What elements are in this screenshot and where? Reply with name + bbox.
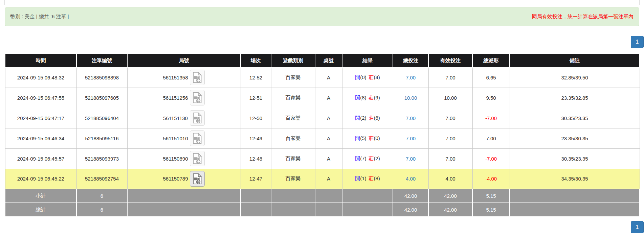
video-file-icon (192, 72, 202, 83)
col-header-remark: 備註 (510, 54, 640, 67)
col-header-total-payout: 總派彩 (472, 54, 510, 67)
total-payout-cell: 7.00 (472, 128, 510, 148)
bet-no-cell: 521885096404 (76, 108, 127, 128)
video-file-icon (192, 133, 202, 144)
total-payout-cell: 9.50 (472, 88, 510, 108)
table-row: 2024-09-15 06:45:22 521885092754 5611507… (5, 169, 640, 189)
total-bet-cell: 7.00 (393, 128, 428, 148)
col-header-session: 場次 (241, 54, 271, 67)
round-no-cell: 561151130 (127, 108, 241, 128)
round-no-cell: 561151256 (127, 88, 241, 108)
session-cell: 12-47 (241, 169, 271, 189)
grand-total-valid-bet: 42.00 (428, 203, 472, 217)
round-no-text: 561151256 (163, 95, 188, 101)
result-banker-score: (9) (374, 95, 380, 100)
result-banker-score: (0) (374, 135, 380, 141)
total-bet-link[interactable]: 10.00 (404, 95, 417, 101)
subtotal-label: 小計 (5, 189, 76, 203)
session-cell: 12-52 (241, 67, 271, 88)
video-replay-button[interactable] (190, 171, 205, 187)
result-player-label: 閒 (355, 135, 360, 141)
table-no-cell: A (315, 169, 342, 189)
grand-total-count: 6 (76, 203, 127, 217)
session-cell: 12-49 (241, 128, 271, 148)
video-replay-button[interactable] (190, 90, 205, 105)
result-player-score: (2) (360, 115, 366, 121)
total-bet-cell: 7.00 (393, 67, 428, 88)
round-no-cell: 561150890 (127, 148, 241, 169)
total-bet-cell: 7.00 (393, 108, 428, 128)
total-bet-link[interactable]: 7.00 (406, 136, 416, 141)
table-row: 2024-09-15 06:45:57 521885093973 5611508… (5, 148, 640, 169)
total-bet-link[interactable]: 4.00 (406, 176, 416, 182)
result-cell: 閒(1)莊(8) (342, 169, 393, 189)
page-1-button[interactable]: 1 (631, 221, 644, 233)
round-no-text: 561151130 (163, 115, 188, 121)
game-type-cell: 百家樂 (271, 108, 315, 128)
total-bet-link[interactable]: 7.00 (406, 115, 416, 121)
result-player-score: (0) (360, 74, 366, 80)
result-banker-label: 莊 (369, 115, 374, 121)
video-replay-button[interactable] (190, 70, 205, 85)
session-cell: 12-51 (241, 88, 271, 108)
time-cell: 2024-09-15 06:47:55 (5, 88, 76, 108)
subtotal-total-bet: 42.00 (393, 189, 428, 203)
result-banker-label: 莊 (369, 156, 374, 161)
pagination-bottom: 1 (0, 221, 644, 233)
result-banker-score: (6) (374, 115, 380, 121)
remark-cell: 23.35/32.85 (510, 88, 640, 108)
grand-total-row: 總計 6 42.00 42.00 5.15 (5, 203, 640, 217)
game-type-cell: 百家樂 (271, 88, 315, 108)
table-row: 2024-09-15 06:46:34 521885095116 5611510… (5, 128, 640, 148)
video-replay-button[interactable] (190, 151, 205, 166)
video-replay-button[interactable] (190, 110, 205, 126)
result-player-score: (5) (360, 135, 366, 141)
col-header-time: 時間 (5, 54, 76, 67)
game-type-cell: 百家樂 (271, 67, 315, 88)
result-banker-score: (4) (374, 74, 380, 80)
col-header-result: 結果 (342, 54, 393, 67)
time-cell: 2024-09-15 06:46:34 (5, 128, 76, 148)
pagination-top: 1 (0, 36, 644, 48)
grand-total-total-payout: 5.15 (472, 203, 510, 217)
video-file-icon (192, 173, 202, 185)
result-banker-score: (8) (374, 175, 380, 181)
time-cell: 2024-09-15 06:47:17 (5, 108, 76, 128)
game-type-cell: 百家樂 (271, 148, 315, 169)
total-bet-cell: 4.00 (393, 169, 428, 189)
bet-no-cell: 521885098898 (76, 67, 127, 88)
total-bet-link[interactable]: 7.00 (406, 156, 416, 162)
video-file-icon (192, 153, 202, 164)
remark-cell: 32.85/39.50 (510, 67, 640, 88)
valid-bet-cell: 7.00 (428, 128, 472, 148)
game-type-cell: 百家樂 (271, 128, 315, 148)
remark-cell: 23.35/30.35 (510, 128, 640, 148)
subtotal-valid-bet: 42.00 (428, 189, 472, 203)
round-no-text: 561151358 (163, 75, 188, 80)
result-player-score: (7) (360, 156, 366, 161)
time-cell: 2024-09-15 06:48:32 (5, 67, 76, 88)
subtotal-total-payout: 5.15 (472, 189, 510, 203)
subtotal-count: 6 (76, 189, 127, 203)
video-file-icon (192, 112, 202, 124)
result-banker-label: 莊 (369, 135, 374, 141)
result-player-label: 閒 (355, 74, 360, 80)
page-1-button[interactable]: 1 (631, 36, 644, 48)
session-cell: 12-50 (241, 108, 271, 128)
bet-no-cell: 521885093973 (76, 148, 127, 169)
round-no-cell: 561151358 (127, 67, 241, 88)
table-row: 2024-09-15 06:48:32 521885098898 5611513… (5, 67, 640, 88)
round-no-cell: 561150789 (127, 169, 241, 189)
remark-cell: 34.35/30.35 (510, 169, 640, 189)
round-no-cell: 561151010 (127, 128, 241, 148)
table-row: 2024-09-15 06:47:17 521885096404 5611511… (5, 108, 640, 128)
session-cell: 12-48 (241, 148, 271, 169)
total-payout-cell: -7.00 (472, 108, 510, 128)
total-bet-link[interactable]: 7.00 (406, 75, 416, 80)
video-replay-button[interactable] (190, 130, 205, 146)
subtotal-row: 小計 6 42.00 42.00 5.15 (5, 189, 640, 203)
notice-text: 同局有效投注，統一計算在該局第一張注單內 (532, 14, 634, 20)
currency-summary-text: 幣別 : 美金 | 總共 :6 注單 | (10, 14, 69, 20)
result-banker-label: 莊 (369, 175, 374, 181)
result-banker-score: (2) (374, 156, 380, 161)
